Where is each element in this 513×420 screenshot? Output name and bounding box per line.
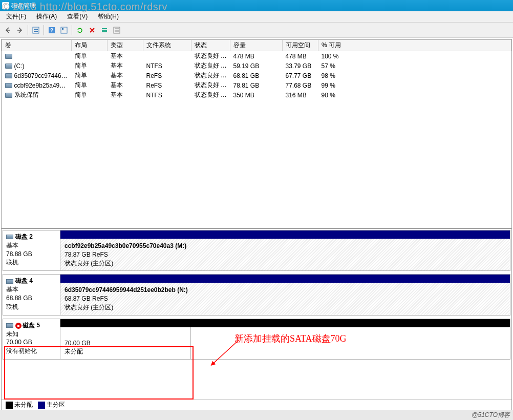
table-row[interactable]: 简单基本状态良好 (…478 MB478 MB100 % (2, 51, 511, 61)
partition[interactable]: 6d35079cc97446959944d251ee0b2beb (N:)68.… (60, 283, 510, 314)
svg-rect-1 (34, 29, 38, 30)
drive-icon (5, 73, 12, 78)
table-row[interactable]: ccbf92e9b25a49…简单基本ReFS状态良好 (…78.81 GB77… (2, 80, 511, 90)
table-row[interactable]: (C:)简单基本NTFS状态良好 (…59.19 GB33.79 GB57 % (2, 61, 511, 71)
col-type[interactable]: 类型 (108, 40, 143, 51)
refresh-button[interactable] (74, 25, 86, 36)
menu-action[interactable]: 操作(A) (33, 11, 60, 22)
disk-header[interactable]: 磁盘 4基本68.88 GB联机 (3, 275, 60, 314)
warning-icon (15, 323, 22, 329)
legend-primary: 主分区 (38, 401, 65, 409)
col-capacity[interactable]: 容量 (230, 40, 283, 51)
disk-icon (6, 323, 13, 328)
disk-body: ccbf92e9b25a49c3b0e70955c70e40a3 (M:)78.… (60, 230, 510, 270)
menu-help[interactable]: 帮助(H) (95, 11, 122, 22)
action-button[interactable] (99, 25, 110, 36)
table-row[interactable]: 6d35079cc97446…简单基本ReFS状态良好 (…68.81 GB67… (2, 71, 511, 80)
menu-view[interactable]: 查看(V) (64, 11, 91, 22)
legend-unallocated: 未分配 (6, 401, 33, 409)
footer-credit: @51CTO博客 (472, 411, 510, 419)
svg-rect-6 (62, 28, 63, 30)
drive-icon (5, 83, 12, 88)
disk-body: 6d35079cc97446959944d251ee0b2beb (N:)68.… (60, 275, 510, 314)
app-icon (2, 2, 9, 9)
drive-icon (5, 64, 12, 69)
drive-icon (5, 93, 12, 98)
footer: @51CTO博客 (0, 410, 513, 420)
svg-rect-2 (34, 31, 38, 32)
properties-button[interactable] (58, 25, 70, 36)
svg-rect-0 (33, 27, 39, 33)
partition[interactable]: ccbf92e9b25a49c3b0e70955c70e40a3 (M:)78.… (60, 239, 510, 270)
svg-rect-10 (102, 30, 107, 31)
menubar: 文件(F) 操作(A) 查看(V) 帮助(H) (0, 11, 513, 23)
column-headers[interactable]: 卷 布局 类型 文件系统 状态 容量 可用空间 % 可用 (2, 40, 511, 51)
disk-icon (6, 279, 13, 284)
col-pct[interactable]: % 可用 (318, 40, 511, 51)
disk-stripe (60, 275, 510, 283)
col-free[interactable]: 可用空间 (283, 40, 318, 51)
toolbar-separator (44, 25, 44, 35)
disk-body: 70.00 GB未分配 (60, 319, 510, 359)
titlebar[interactable]: 磁盘管理 (0, 0, 513, 11)
disk-header[interactable]: 磁盘 2基本78.88 GB联机 (3, 230, 60, 270)
window-title: 磁盘管理 (11, 2, 36, 10)
drive-icon (5, 54, 12, 59)
toolbar-separator (28, 25, 28, 35)
disk-stripe (60, 319, 510, 327)
legend: 未分配 主分区 (2, 399, 511, 410)
show-hide-tree-button[interactable] (30, 25, 41, 36)
toolbar: ? (0, 23, 513, 38)
volume-list[interactable]: 卷 布局 类型 文件系统 状态 容量 可用空间 % 可用 简单基本状态良好 (…… (2, 39, 511, 229)
back-button[interactable] (2, 25, 13, 36)
svg-rect-9 (102, 28, 107, 29)
disk-stripe (60, 230, 510, 239)
delete-button[interactable] (87, 25, 98, 36)
main-panel: 卷 布局 类型 文件系统 状态 容量 可用空间 % 可用 简单基本状态良好 (…… (1, 39, 512, 411)
svg-text:?: ? (50, 28, 53, 33)
disk-block[interactable]: 磁盘 4基本68.88 GB联机6d35079cc97446959944d251… (3, 274, 510, 315)
svg-rect-8 (62, 32, 66, 32)
disk-block[interactable]: 磁盘 5未知70.00 GB没有初始化70.00 GB未分配 (3, 319, 510, 360)
svg-rect-7 (62, 31, 66, 31)
col-status[interactable]: 状态 (191, 40, 230, 51)
col-volume[interactable]: 卷 (2, 40, 72, 51)
table-row[interactable]: 系统保留简单基本NTFS状态良好 (…350 MB316 MB90 % (2, 90, 511, 100)
menu-file[interactable]: 文件(F) (3, 11, 29, 22)
disk-icon (6, 235, 13, 239)
col-layout[interactable]: 布局 (72, 40, 108, 51)
disk-header[interactable]: 磁盘 5未知70.00 GB没有初始化 (3, 319, 60, 359)
svg-rect-5 (61, 27, 67, 33)
settings-button[interactable] (111, 25, 122, 36)
col-fs[interactable]: 文件系统 (143, 40, 191, 51)
disk-graphical-view[interactable]: 磁盘 2基本78.88 GB联机ccbf92e9b25a49c3b0e70955… (2, 229, 511, 399)
help-button[interactable]: ? (46, 25, 57, 36)
svg-rect-11 (102, 31, 107, 32)
disk-block[interactable]: 磁盘 2基本78.88 GB联机ccbf92e9b25a49c3b0e70955… (3, 230, 510, 271)
toolbar-separator (72, 25, 72, 35)
forward-button[interactable] (14, 25, 26, 36)
partition[interactable]: 70.00 GB未分配 (60, 327, 191, 359)
